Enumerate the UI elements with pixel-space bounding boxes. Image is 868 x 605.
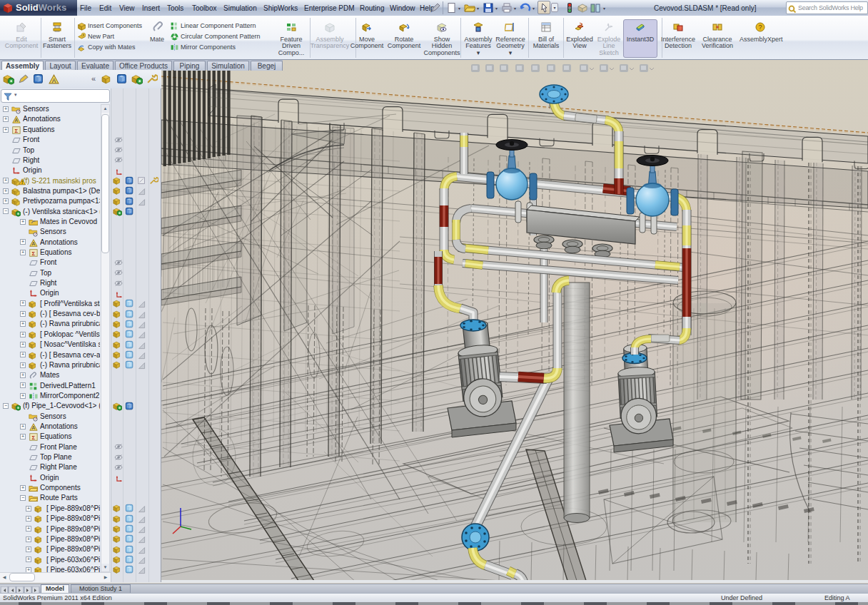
svg-text:Σ: Σ [32, 250, 36, 257]
svg-text:A: A [32, 241, 36, 246]
svg-text:Σ: Σ [15, 127, 19, 133]
svg-text:A: A [15, 118, 19, 123]
svg-text:?: ? [758, 24, 762, 31]
svg-text:!: ! [21, 180, 23, 185]
svg-text:A: A [52, 77, 56, 84]
svg-text:Σ: Σ [32, 434, 36, 441]
svg-text:A: A [32, 425, 36, 430]
